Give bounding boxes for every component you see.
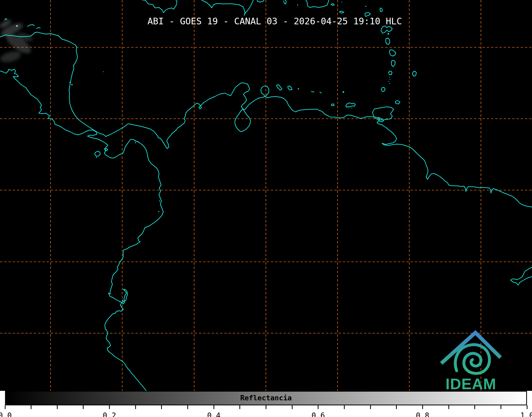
island-st-lucia (391, 60, 395, 67)
colorbar-tick (292, 405, 293, 409)
coastline-pacific-mainland (0, 69, 163, 391)
colorbar-tick-label: 1.0 (520, 411, 532, 417)
island-margarita (346, 103, 355, 107)
island-las-aves (320, 92, 321, 93)
colorbar-tick (422, 405, 423, 409)
colorbar-tick-label: 0.6 (312, 411, 325, 417)
islet-dot (389, 77, 390, 78)
island-cayman-west (28, 25, 34, 26)
colorbar-tick (370, 405, 371, 409)
colorbar-tick (83, 405, 84, 409)
island-st-croix (339, 11, 344, 13)
colorbar-tick (474, 405, 475, 409)
island-coiba (95, 151, 100, 156)
cloud-layer (0, 18, 34, 64)
island-jamaica (142, 0, 177, 13)
ideam-logo: IDEAM (441, 333, 501, 391)
colorbar-tick (448, 405, 449, 409)
colorbar-tick (161, 405, 162, 409)
islet-dot (390, 79, 390, 80)
islet-dot (352, 108, 352, 108)
colorbar-tick (213, 405, 214, 409)
colorbar-tick (187, 405, 188, 409)
colorbar-label: Reflectancia (240, 394, 292, 402)
islet-dot (103, 71, 104, 72)
islet-dot (158, 211, 159, 212)
cloud-patch (0, 49, 22, 64)
islet-dot (96, 157, 97, 158)
islet-dot (343, 91, 344, 93)
coastline-brazil-corner (511, 267, 532, 285)
island-hispaniola-east (257, 0, 264, 2)
cloud-bright-spot (16, 25, 18, 27)
islet-dot (135, 142, 136, 143)
islet-dot (297, 4, 298, 6)
islet-dot (135, 140, 136, 141)
colorbar-tick (527, 405, 528, 409)
island-aruba (277, 85, 282, 90)
islet-dot (348, 108, 349, 108)
islet-dot (389, 81, 389, 82)
islet-dot (342, 2, 342, 3)
island-antigua (380, 8, 382, 12)
colorbar-tick (318, 405, 319, 409)
island-grenada (381, 87, 385, 91)
image-title: ABI - GOES 19 - CANAL 03 - 2026-04-25 19… (147, 16, 402, 26)
island-dominica (386, 38, 390, 44)
ideam-logo-text: IDEAM (445, 375, 496, 391)
ideam-spiral-icon (455, 345, 489, 374)
island-guadeloupe (381, 26, 392, 33)
islet-dot (298, 88, 299, 90)
colorbar-tick-label: 0.4 (207, 411, 221, 417)
islet-dot (71, 84, 73, 85)
colorbar-tick (396, 405, 397, 409)
colorbar-tick (501, 405, 501, 409)
island-mona (284, 0, 286, 4)
islet-dot (388, 33, 389, 35)
island-tobago (395, 100, 400, 104)
colorbar-tick (239, 405, 240, 409)
island-curacao (288, 86, 292, 90)
colorbar-tick (5, 405, 6, 409)
islet-dot (122, 300, 124, 301)
colorbar-band: Reflectancia 0.00.20.40.60.81.0 (0, 391, 532, 417)
island-corner-curl (5, 19, 7, 20)
islet-dot (365, 6, 366, 7)
island-st-vincent (389, 71, 392, 75)
colorbar-tick-label: 0.8 (416, 411, 429, 417)
satellite-image-viewport: IDEAM ABI - GOES 19 - CANAL 03 - 2026-04… (0, 0, 532, 417)
graticule-grid (0, 0, 532, 391)
colorbar-tick (31, 405, 31, 409)
ideam-mountain-icon (441, 333, 501, 363)
island-la-tortuga (331, 104, 334, 106)
islet-dot (389, 83, 390, 84)
island-barbados (412, 71, 416, 76)
island-vieques (331, 4, 334, 6)
colorbar-tick (266, 405, 266, 409)
islet-dot (137, 141, 138, 142)
colorbar-tick (344, 405, 345, 409)
colorbar-tick-label: 0.0 (0, 411, 12, 417)
island-hispaniola (202, 0, 253, 15)
islet-dot (159, 200, 160, 201)
colorbar-gradient: Reflectancia (5, 391, 527, 405)
colorbar-tick-label: 0.2 (103, 411, 116, 417)
island-martinique (389, 50, 396, 56)
colorbar-tick (109, 405, 110, 409)
island-puerto-rico (306, 0, 329, 7)
colorbar-tick (135, 405, 136, 409)
coastline-lake-maracaibo (235, 109, 251, 132)
colorbar-tick (57, 405, 58, 409)
island-cayman-east (37, 28, 40, 29)
island-los-roques (311, 91, 314, 92)
satellite-map: IDEAM (0, 0, 532, 391)
islet-dot (70, 82, 71, 83)
island-trinidad (372, 107, 394, 120)
islet-dot (121, 67, 122, 68)
